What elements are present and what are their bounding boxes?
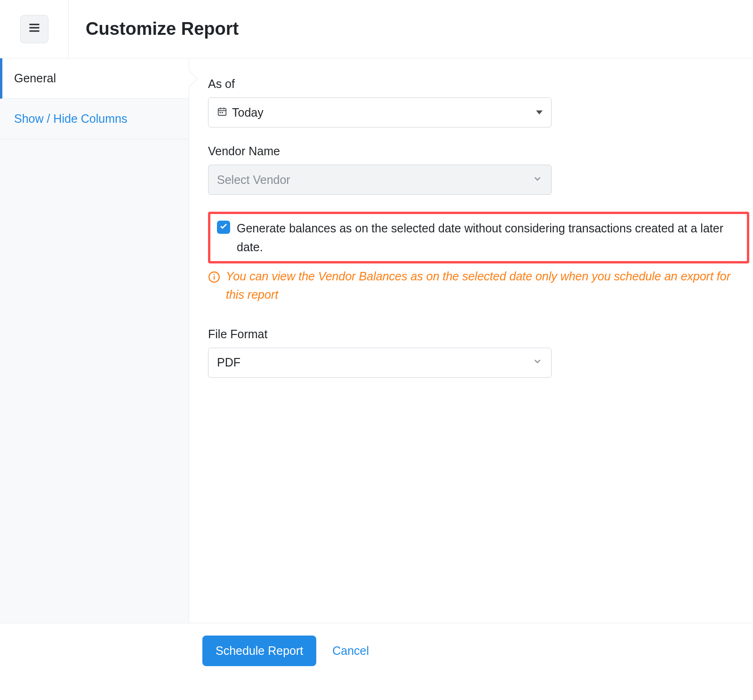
file-format-label: File Format xyxy=(208,327,749,341)
vendor-placeholder: Select Vendor xyxy=(217,173,532,187)
as-of-select[interactable]: Today xyxy=(208,97,552,127)
as-of-label: As of xyxy=(208,77,749,91)
file-format-value: PDF xyxy=(217,356,532,369)
field-as-of: As of Today xyxy=(208,77,749,127)
check-icon xyxy=(219,222,228,233)
vendor-select[interactable]: Select Vendor xyxy=(208,165,552,195)
as-of-value: Today xyxy=(232,106,536,119)
highlight-checkbox-section: Generate balances as on the selected dat… xyxy=(208,212,749,263)
hamburger-icon xyxy=(28,21,41,37)
header: Customize Report xyxy=(0,0,753,58)
svg-rect-3 xyxy=(218,108,226,115)
cancel-button[interactable]: Cancel xyxy=(332,644,369,658)
schedule-report-button[interactable]: Schedule Report xyxy=(202,636,316,666)
field-vendor-name: Vendor Name Select Vendor xyxy=(208,144,749,195)
sidebar-item-show-hide-columns[interactable]: Show / Hide Columns xyxy=(0,99,189,139)
file-format-select[interactable]: PDF xyxy=(208,348,552,378)
calendar-icon xyxy=(217,106,232,119)
chevron-down-icon xyxy=(532,174,543,186)
sidebar-item-general[interactable]: General xyxy=(0,58,189,99)
vendor-label: Vendor Name xyxy=(208,144,749,158)
sidebar: General Show / Hide Columns xyxy=(0,58,189,623)
generate-balances-label: Generate balances as on the selected dat… xyxy=(237,219,740,256)
sidebar-item-label: General xyxy=(14,72,56,85)
chevron-down-icon xyxy=(532,356,543,369)
menu-toggle-button[interactable] xyxy=(20,15,48,43)
info-note-text: You can view the Vendor Balances as on t… xyxy=(226,267,749,304)
sidebar-item-label: Show / Hide Columns xyxy=(14,112,127,125)
generate-balances-checkbox[interactable] xyxy=(217,221,230,234)
svg-rect-8 xyxy=(222,111,223,113)
svg-point-11 xyxy=(214,274,215,275)
info-note: You can view the Vendor Balances as on t… xyxy=(208,267,749,304)
svg-rect-7 xyxy=(220,111,221,113)
caret-down-icon xyxy=(536,107,543,118)
field-file-format: File Format PDF xyxy=(208,327,749,378)
page-title: Customize Report xyxy=(69,19,239,39)
footer: Schedule Report Cancel xyxy=(0,623,753,678)
form-panel: As of Today xyxy=(189,58,753,623)
info-icon xyxy=(208,270,220,282)
